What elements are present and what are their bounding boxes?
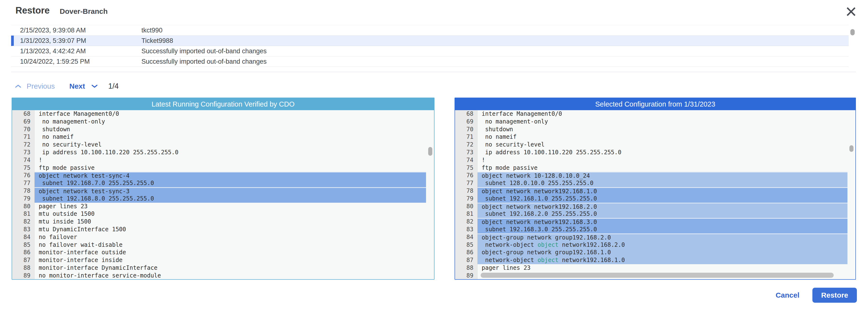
code-line: 72 no security-level (455, 141, 856, 149)
line-number: 69 (455, 118, 477, 126)
line-number: 72 (12, 141, 35, 149)
line-number: 70 (455, 126, 477, 134)
line-content: ! (35, 157, 426, 164)
code-line: 83 mtu DynamicInterface 1500 (12, 226, 434, 233)
line-content: pager lines 23 (477, 264, 847, 272)
right-vertical-scrollbar-thumb[interactable] (849, 145, 854, 152)
line-content: no monitor-interface service-module (35, 272, 426, 279)
line-number: 68 (455, 110, 477, 118)
code-line: 73 ip address 10.100.110.220 255.255.255… (455, 149, 856, 157)
line-content: monitor-interface inside (35, 256, 426, 264)
line-content: pager lines 23 (35, 203, 426, 210)
line-number: 87 (12, 256, 35, 264)
line-number: 82 (455, 218, 477, 226)
code-line: 68 interface Management0/0 (455, 110, 856, 118)
line-number: 85 (12, 241, 35, 249)
line-content: ! (477, 157, 847, 164)
code-line: 79 subnet 192.168.1.0 255.255.255.0 (455, 195, 856, 203)
code-line: 75 ftp mode passive (455, 164, 856, 172)
next-button[interactable]: Next (69, 82, 85, 90)
code-line: 82 object network network192.168.3.0 (455, 218, 856, 226)
panel-latest-running-config: Latest Running Configuration Verified by… (11, 97, 434, 280)
code-line: 70 shutdown (12, 126, 434, 134)
code-line: 85 network-object object network192.168.… (455, 241, 856, 249)
left-panel-title: Latest Running Configuration Verified by… (12, 98, 434, 110)
restore-button[interactable]: Restore (812, 288, 857, 303)
line-content: subnet 192.168.8.0 255.255.255.0 (35, 195, 426, 203)
code-line: 88 pager lines 23 (455, 264, 856, 272)
line-number: 76 (12, 172, 35, 179)
table-row[interactable]: 1/13/2023, 4:42:42 AM Successfully impor… (11, 46, 849, 56)
table-row[interactable]: 10/24/2022, 1:59:25 PM Successfully impo… (11, 56, 849, 67)
chevron-up-icon[interactable] (15, 84, 21, 88)
code-line: 82 mtu inside 1500 (12, 218, 434, 226)
code-line: 72 no security-level (12, 141, 434, 149)
right-panel-title: Selected Configuration from 1/31/2023 (455, 98, 856, 110)
line-content: mtu outside 1500 (35, 210, 426, 218)
cancel-button[interactable]: Cancel (774, 291, 801, 300)
line-number: 77 (12, 179, 35, 187)
line-content: no management-only (35, 118, 426, 126)
line-content: no security-level (477, 141, 847, 149)
code-line: 73 ip address 10.100.110.220 255.255.255… (12, 149, 434, 157)
line-content: subnet 192.168.2.0 255.255.255.0 (477, 210, 847, 218)
code-line: 74 ! (455, 157, 856, 164)
chevron-down-icon[interactable] (91, 84, 98, 88)
dialog-footer: Cancel Restore (774, 288, 857, 303)
line-number: 79 (12, 195, 35, 203)
line-number: 84 (455, 233, 477, 241)
line-number: 77 (455, 179, 477, 187)
line-content: object network test-sync-4 (35, 172, 426, 179)
row-description: tkct990 (142, 27, 162, 34)
previous-button[interactable]: Previous (27, 82, 55, 90)
line-content: mtu DynamicInterface 1500 (35, 226, 426, 233)
right-horizontal-scrollbar-thumb[interactable] (480, 273, 834, 278)
line-content: no failover (35, 233, 426, 241)
line-content: no failover wait-disable (35, 241, 426, 249)
line-number: 88 (455, 264, 477, 272)
code-line: 69 no management-only (12, 118, 434, 126)
line-content: monitor-interface outside (35, 249, 426, 256)
code-line: 70 shutdown (455, 126, 856, 134)
code-line: 68 interface Management0/0 (12, 110, 434, 118)
line-content: subnet 192.168.1.0 255.255.255.0 (477, 195, 847, 203)
line-number: 75 (12, 164, 35, 172)
line-content: no nameif (35, 133, 426, 141)
line-number: 88 (12, 264, 35, 272)
line-content: ip address 10.100.110.220 255.255.255.0 (35, 149, 426, 157)
left-vertical-scrollbar-thumb[interactable] (428, 147, 432, 156)
line-content: object network network192.168.3.0 (477, 218, 847, 226)
line-number: 81 (455, 210, 477, 218)
code-line: 83 subnet 192.168.3.0 255.255.255.0 (455, 226, 856, 233)
code-line: 75 ftp mode passive (12, 164, 434, 172)
code-line: 78 object network test-sync-3 (12, 187, 434, 195)
line-content: object network network192.168.1.0 (477, 187, 847, 195)
line-number: 82 (12, 218, 35, 226)
line-content: shutdown (477, 126, 847, 134)
code-line: 81 mtu outside 1500 (12, 210, 434, 218)
line-content: interface Management0/0 (477, 110, 847, 118)
code-line: 86 object-group network group192.168.1.0 (455, 249, 856, 256)
left-code-view[interactable]: 68 interface Management0/0 69 no managem… (12, 110, 434, 279)
row-date: 10/24/2022, 1:59:25 PM (20, 58, 142, 65)
table-row[interactable]: 1/31/2023, 5:39:07 PM Ticket9988 (11, 36, 849, 46)
close-icon (845, 6, 857, 18)
table-row[interactable]: 2/15/2023, 9:39:08 AM tkct990 (11, 25, 849, 36)
row-description: Ticket9988 (142, 37, 173, 45)
code-line: 85 no failover wait-disable (12, 241, 434, 249)
line-content: subnet 192.168.3.0 255.255.255.0 (477, 226, 847, 233)
code-line: 88 monitor-interface DynamicInterface (12, 264, 434, 272)
close-button[interactable] (844, 5, 858, 19)
line-number: 71 (455, 133, 477, 141)
line-number: 68 (12, 110, 35, 118)
line-content: shutdown (35, 126, 426, 134)
line-content: no management-only (477, 118, 847, 126)
line-content: network-object object network192.168.2.0 (477, 241, 847, 249)
row-description: Successfully imported out-of-band change… (142, 58, 267, 65)
right-code-view[interactable]: 68 interface Management0/0 69 no managem… (455, 110, 856, 279)
row-date: 1/13/2023, 4:42:42 AM (20, 48, 142, 55)
line-number: 71 (12, 133, 35, 141)
line-content: ip address 10.100.110.220 255.255.255.0 (477, 149, 847, 157)
line-number: 86 (12, 249, 35, 256)
table-scrollbar-thumb[interactable] (850, 29, 855, 35)
